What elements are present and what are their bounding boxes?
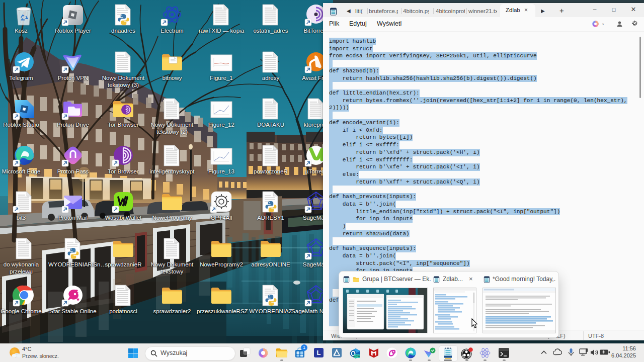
svg-text:NEW: NEW (354, 355, 361, 358)
